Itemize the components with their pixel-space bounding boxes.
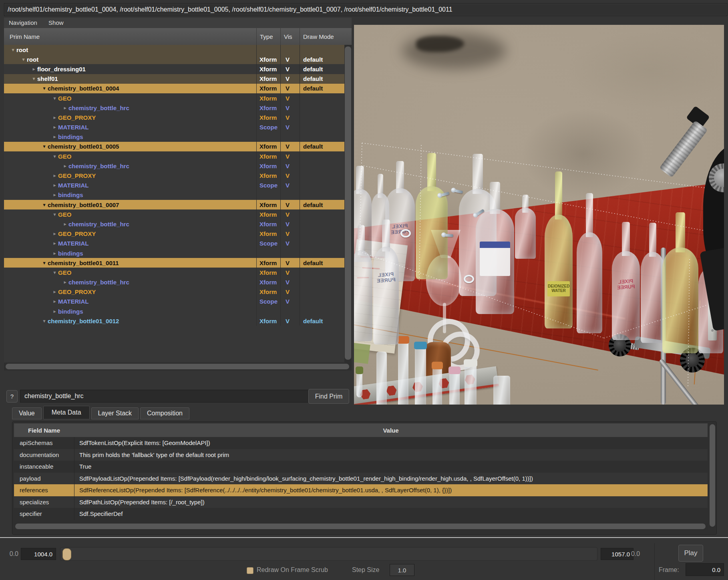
collapse-arrow-icon[interactable]: ▾ — [51, 154, 58, 159]
expand-arrow-icon[interactable]: ▸ — [51, 309, 58, 314]
prim-vis-cell[interactable]: V — [280, 200, 300, 209]
col-type[interactable]: Type — [256, 28, 280, 45]
prim-vis-cell[interactable]: V — [280, 219, 300, 229]
tree-row[interactable]: ▾chemistry_bottle01_0011XformVdefault — [4, 258, 344, 268]
prim-vis-cell[interactable]: V — [280, 161, 300, 171]
tree-hscroll-handle[interactable] — [6, 364, 349, 369]
menu-show[interactable]: Show — [44, 18, 68, 28]
prim-vis-cell[interactable]: V — [280, 229, 300, 239]
tree-row[interactable]: ▸chemistry_bottle_hrcXformV — [4, 278, 344, 287]
tree-row[interactable]: ▸bindings — [4, 306, 344, 316]
current-frame-input[interactable] — [21, 548, 56, 560]
menu-navigation[interactable]: Navigation — [4, 18, 42, 28]
prim-vis-cell[interactable]: V — [280, 181, 300, 190]
tab-layer-stack[interactable]: Layer Stack — [91, 407, 139, 419]
collapse-arrow-icon[interactable]: ▾ — [51, 212, 58, 217]
metadata-row[interactable]: specializesSdfPathListOp(Prepended Items… — [14, 496, 708, 508]
frame-value-input[interactable] — [686, 563, 724, 576]
collapse-arrow-icon[interactable]: ▾ — [30, 76, 37, 81]
tree-row[interactable]: ▾chemistry_bottle01_0007XformVdefault — [4, 200, 344, 209]
expand-arrow-icon[interactable]: ▸ — [51, 289, 58, 294]
prim-vis-cell[interactable]: V — [280, 278, 300, 287]
tree-row[interactable]: ▸floor_dressing01XformVdefault — [4, 64, 344, 74]
tree-row[interactable]: ▾root — [4, 45, 344, 54]
prim-vis-cell[interactable] — [280, 248, 300, 258]
prim-vis-cell[interactable]: V — [280, 297, 300, 306]
collapse-arrow-icon[interactable]: ▾ — [41, 86, 48, 91]
tree-row[interactable]: ▸MATERIALScopeV — [4, 297, 344, 306]
expand-arrow-icon[interactable]: ▸ — [51, 241, 58, 246]
prim-vis-cell[interactable]: V — [280, 287, 300, 297]
expand-arrow-icon[interactable]: ▸ — [51, 134, 58, 139]
collapse-arrow-icon[interactable]: ▾ — [51, 96, 58, 101]
prim-vis-cell[interactable]: V — [280, 64, 300, 74]
tree-row[interactable]: ▸chemistry_bottle_hrcXformV — [4, 103, 344, 113]
selected-prim-path-bar[interactable]: /root/shelf01/chemistry_bottle01_0004, /… — [4, 3, 727, 16]
expand-arrow-icon[interactable]: ▸ — [51, 251, 58, 256]
prim-vis-cell[interactable] — [280, 45, 300, 54]
tree-row[interactable]: ▾chemistry_bottle01_0004XformVdefault — [4, 84, 344, 93]
metadata-row[interactable]: documentationThis prim holds the 'fallba… — [14, 449, 708, 461]
redraw-checkbox[interactable] — [247, 567, 253, 574]
metadata-row[interactable]: referencesSdfReferenceListOp(Prepended I… — [14, 484, 708, 496]
prim-vis-cell[interactable]: V — [280, 239, 300, 248]
col-vis[interactable]: Vis — [280, 28, 300, 45]
collapse-arrow-icon[interactable]: ▾ — [51, 270, 58, 275]
help-button[interactable]: ? — [6, 390, 18, 403]
tree-row[interactable]: ▾chemistry_bottle01_0012XformVdefault — [4, 316, 344, 326]
expand-arrow-icon[interactable]: ▸ — [62, 222, 68, 227]
collapse-arrow-icon[interactable]: ▾ — [41, 202, 48, 207]
prim-vis-cell[interactable] — [280, 132, 300, 142]
prim-vis-cell[interactable]: V — [280, 151, 300, 161]
tree-row[interactable]: ▸bindings — [4, 132, 344, 142]
expand-arrow-icon[interactable]: ▸ — [51, 125, 58, 130]
tree-vscroll-handle[interactable] — [345, 46, 351, 360]
prim-vis-cell[interactable]: V — [280, 258, 300, 268]
frame-slider-handle[interactable] — [62, 548, 71, 560]
tree-row[interactable]: ▸MATERIALScopeV — [4, 239, 344, 248]
prim-vis-cell[interactable]: V — [280, 123, 300, 132]
tab-meta-data[interactable]: Meta Data — [43, 406, 90, 419]
metadata-row[interactable]: apiSchemasSdfTokenListOp(Explicit Items:… — [14, 437, 708, 449]
expand-arrow-icon[interactable]: ▸ — [30, 66, 37, 72]
range-end-input[interactable] — [601, 548, 633, 560]
metadata-row[interactable]: specifierSdf.SpecifierDef — [14, 508, 708, 520]
tree-row[interactable]: ▾chemistry_bottle01_0005XformVdefault — [4, 142, 344, 151]
collapse-arrow-icon[interactable]: ▾ — [41, 318, 48, 324]
expand-arrow-icon[interactable]: ▸ — [51, 192, 58, 197]
tree-row[interactable]: ▾rootXformVdefault — [4, 54, 344, 64]
tree-row[interactable]: ▸MATERIALScopeV — [4, 181, 344, 190]
tree-row[interactable]: ▸chemistry_bottle_hrcXformV — [4, 219, 344, 229]
find-prim-button[interactable]: Find Prim — [308, 389, 349, 404]
tree-vscroll-track[interactable] — [344, 45, 352, 362]
meta-hscroll-track[interactable] — [14, 523, 708, 530]
prim-vis-cell[interactable]: V — [280, 84, 300, 93]
metadata-row[interactable]: payloadSdfPayloadListOp(Prepended Items:… — [14, 473, 708, 485]
play-button[interactable]: Play — [678, 545, 703, 562]
tree-row[interactable]: ▸GEO_PROXYXformV — [4, 229, 344, 239]
tree-row[interactable]: ▸GEO_PROXYXformV — [4, 113, 344, 122]
col-prim-name[interactable]: Prim Name — [4, 28, 256, 45]
frame-slider[interactable] — [60, 547, 597, 561]
prim-vis-cell[interactable]: V — [280, 93, 300, 103]
panel-splitter[interactable] — [0, 537, 728, 538]
meta-vscroll-handle[interactable] — [710, 424, 715, 527]
expand-arrow-icon[interactable]: ▸ — [62, 280, 68, 285]
tree-hscroll-track[interactable] — [4, 362, 352, 371]
expand-arrow-icon[interactable]: ▸ — [51, 173, 58, 178]
step-size-input[interactable] — [390, 564, 414, 576]
find-prim-input[interactable] — [20, 390, 311, 403]
collapse-arrow-icon[interactable]: ▾ — [41, 144, 48, 149]
meta-hscroll-handle[interactable] — [15, 524, 706, 529]
expand-arrow-icon[interactable]: ▸ — [51, 183, 58, 188]
expand-arrow-icon[interactable]: ▸ — [62, 163, 68, 169]
prim-vis-cell[interactable]: V — [280, 268, 300, 277]
expand-arrow-icon[interactable]: ▸ — [51, 115, 58, 120]
collapse-arrow-icon[interactable]: ▾ — [10, 47, 16, 52]
tree-row[interactable]: ▸bindings — [4, 190, 344, 200]
meta-vscroll-track[interactable] — [709, 423, 716, 528]
tree-row[interactable]: ▸bindings — [4, 248, 344, 258]
expand-arrow-icon[interactable]: ▸ — [51, 231, 58, 236]
tree-row[interactable]: ▸chemistry_bottle_hrcXformV — [4, 161, 344, 171]
tree-row[interactable]: ▾GEOXformV — [4, 268, 344, 277]
